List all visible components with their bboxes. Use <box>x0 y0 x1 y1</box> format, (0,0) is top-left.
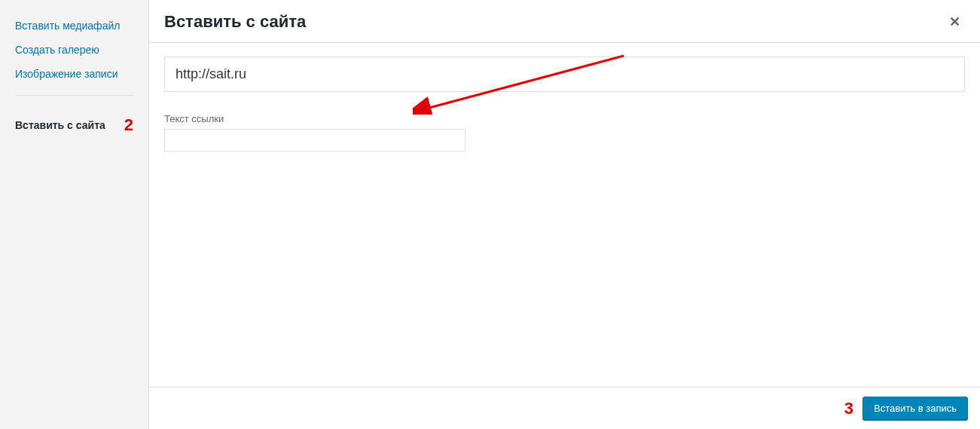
sidebar-item-label: Создать галерею <box>15 44 99 56</box>
insert-into-post-button[interactable]: Вставить в запись <box>862 397 968 420</box>
annotation-step-2: 2 <box>124 115 133 135</box>
close-icon[interactable]: ✕ <box>945 14 965 30</box>
dialog-content: Текст ссылки <box>149 43 980 387</box>
sidebar-item-label: Изображение записи <box>15 68 118 80</box>
sidebar-item-label: Вставить медиафайл <box>15 20 120 32</box>
sidebar-item-insert-media[interactable]: Вставить медиафайл <box>0 14 148 38</box>
sidebar-item-label: Вставить с сайта <box>15 119 105 131</box>
link-text-input[interactable] <box>164 129 466 152</box>
sidebar: Вставить медиафайл Создать галерею Изобр… <box>0 0 149 429</box>
dialog-header: Вставить с сайта ✕ <box>149 0 980 43</box>
sidebar-item-create-gallery[interactable]: Создать галерею <box>0 38 148 62</box>
dialog-footer: 3 Вставить в запись <box>149 387 980 429</box>
main-panel: Вставить с сайта ✕ Текст ссылки 3 Встави… <box>149 0 980 429</box>
annotation-step-3: 3 <box>844 399 853 418</box>
url-input[interactable] <box>164 57 965 92</box>
sidebar-item-featured-image[interactable]: Изображение записи <box>0 62 148 86</box>
link-text-label: Текст ссылки <box>164 113 965 124</box>
dialog-title: Вставить с сайта <box>164 12 306 32</box>
sidebar-item-insert-from-url[interactable]: Вставить с сайта 2 <box>0 105 148 141</box>
sidebar-divider <box>15 95 133 96</box>
